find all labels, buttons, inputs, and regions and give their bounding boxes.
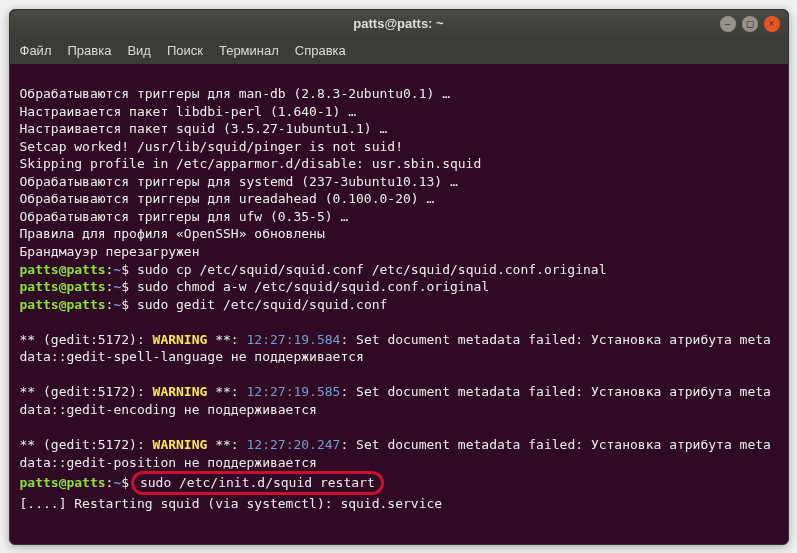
menu-terminal[interactable]: Терминал xyxy=(219,43,279,58)
prompt-user: patts@patts xyxy=(20,475,106,490)
prompt-dollar: $ xyxy=(121,279,137,294)
warn-prefix: ** (gedit:5172): xyxy=(20,332,153,347)
minimize-button[interactable]: – xyxy=(720,16,736,32)
menu-edit[interactable]: Правка xyxy=(67,43,111,58)
command-text: sudo cp /etc/squid/squid.conf /etc/squid… xyxy=(137,262,607,277)
prompt-user: patts@patts xyxy=(20,297,106,312)
prompt-dollar: $ xyxy=(121,297,137,312)
prompt-user: patts@patts xyxy=(20,279,106,294)
window-controls: – ◻ × xyxy=(720,16,780,32)
output-line: Обрабатываются триггеры для ufw (0.35-5)… xyxy=(20,209,349,224)
warn-sep: **: xyxy=(207,384,246,399)
output-line: Правила для профиля «OpenSSH» обновлены xyxy=(20,226,325,241)
warning-label: WARNING xyxy=(153,384,208,399)
warn-prefix: ** (gedit:5172): xyxy=(20,437,153,452)
output-line: Skipping profile in /etc/apparmor.d/disa… xyxy=(20,156,482,171)
terminal-content[interactable]: Обрабатываются триггеры для man-db (2.8.… xyxy=(10,64,788,517)
timestamp: 12:27:19.584 xyxy=(247,332,341,347)
command-text: sudo /etc/init.d/squid restart xyxy=(140,475,375,490)
titlebar[interactable]: patts@patts: ~ – ◻ × xyxy=(10,10,788,38)
highlighted-command: sudo /etc/init.d/squid restart xyxy=(131,471,384,495)
output-line: Настраивается пакет squid (3.5.27-1ubunt… xyxy=(20,121,388,136)
output-line: Обрабатываются триггеры для systemd (237… xyxy=(20,174,458,189)
menubar: Файл Правка Вид Поиск Терминал Справка xyxy=(10,38,788,64)
menu-view[interactable]: Вид xyxy=(127,43,151,58)
close-button[interactable]: × xyxy=(764,16,780,32)
output-line: Setcap worked! /usr/lib/squid/pinger is … xyxy=(20,139,404,154)
output-line: Настраивается пакет libdbi-perl (1.640-1… xyxy=(20,104,357,119)
terminal-window: patts@patts: ~ – ◻ × Файл Правка Вид Пои… xyxy=(9,9,789,545)
warning-label: WARNING xyxy=(153,332,208,347)
warn-prefix: ** (gedit:5172): xyxy=(20,384,153,399)
warning-label: WARNING xyxy=(153,437,208,452)
maximize-button[interactable]: ◻ xyxy=(742,16,758,32)
window-title: patts@patts: ~ xyxy=(353,16,443,31)
command-text: sudo chmod a-w /etc/squid/squid.conf.ori… xyxy=(137,279,489,294)
command-text: sudo gedit /etc/squid/squid.conf xyxy=(137,297,387,312)
warn-sep: **: xyxy=(207,437,246,452)
timestamp: 12:27:20.247 xyxy=(247,437,341,452)
timestamp: 12:27:19.585 xyxy=(247,384,341,399)
warn-sep: **: xyxy=(207,332,246,347)
output-line: [....] Restarting squid (via systemctl):… xyxy=(20,496,443,511)
menu-search[interactable]: Поиск xyxy=(167,43,203,58)
output-line: Обрабатываются триггеры для ureadahead (… xyxy=(20,191,435,206)
output-line: Брандмауэр перезагружен xyxy=(20,244,200,259)
prompt-user: patts@patts xyxy=(20,262,106,277)
prompt-dollar: $ xyxy=(121,262,137,277)
menu-file[interactable]: Файл xyxy=(20,43,52,58)
output-line: Обрабатываются триггеры для man-db (2.8.… xyxy=(20,86,450,101)
menu-help[interactable]: Справка xyxy=(295,43,346,58)
